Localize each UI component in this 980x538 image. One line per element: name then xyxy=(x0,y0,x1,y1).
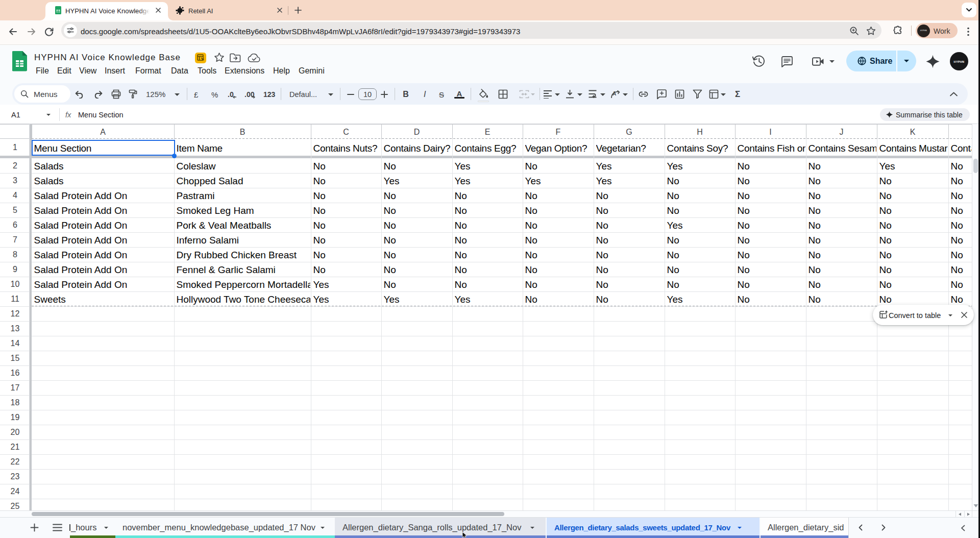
svg-text:A: A xyxy=(612,91,616,96)
